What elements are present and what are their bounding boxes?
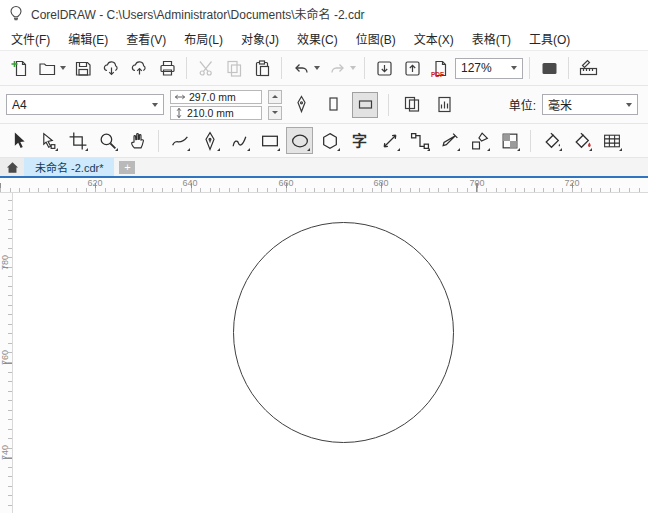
print-button[interactable] [154, 55, 180, 81]
toolbar-separator [364, 57, 365, 79]
export-button[interactable] [399, 55, 425, 81]
menu-tools[interactable]: 工具(O) [520, 26, 579, 50]
cloud-upload-icon [130, 59, 149, 78]
pick-tool[interactable] [4, 127, 31, 154]
rectangle-tool[interactable] [256, 127, 283, 154]
vertical-ruler[interactable]: 780 760 740 [0, 193, 13, 513]
outline-pen-tool[interactable] [466, 127, 493, 154]
menu-bar: 文件(F) 编辑(E) 查看(V) 布局(L) 对象(J) 效果(C) 位图(B… [0, 26, 648, 51]
mesh-fill-tool[interactable] [598, 127, 625, 154]
pan-tool[interactable] [124, 127, 151, 154]
connector-tool[interactable] [406, 127, 433, 154]
import-button[interactable] [371, 55, 397, 81]
paint-bucket-icon [542, 131, 562, 151]
menu-text[interactable]: 文本(X) [405, 26, 463, 50]
ruler-mark: 700 [469, 178, 484, 188]
transparency-tool[interactable] [496, 127, 523, 154]
current-page-button[interactable] [431, 92, 457, 118]
menu-effects[interactable]: 效果(C) [288, 26, 347, 50]
landscape-button[interactable] [352, 92, 378, 118]
open-chevron-down-icon[interactable] [60, 66, 66, 70]
menu-bitmaps[interactable]: 位图(B) [347, 26, 405, 50]
toolbox: 字 [0, 124, 648, 158]
pen-tool[interactable] [196, 127, 223, 154]
document-tab-bar: 未命名 -2.cdr* + [0, 158, 648, 176]
spinner-down-button[interactable] [268, 106, 282, 120]
cut-icon [197, 59, 216, 78]
window-title: CorelDRAW - C:\Users\Administrator\Docum… [31, 5, 365, 22]
menu-view[interactable]: 查看(V) [117, 26, 175, 50]
drawing-scale-button[interactable] [288, 92, 314, 118]
page-height-field[interactable]: 210.0 mm [170, 106, 262, 120]
document-tab-label: 未命名 -2.cdr* [35, 159, 103, 175]
document-tab[interactable]: 未命名 -2.cdr* [24, 158, 114, 176]
zoom-level-combobox[interactable]: 127% [455, 58, 523, 79]
new-tab-button[interactable]: + [119, 161, 135, 174]
menu-file[interactable]: 文件(F) [2, 26, 59, 50]
export-icon [403, 59, 422, 78]
crop-tool[interactable] [64, 127, 91, 154]
outline-pen-icon [470, 131, 490, 151]
menu-object[interactable]: 对象(J) [232, 26, 288, 50]
new-document-button[interactable] [6, 55, 32, 81]
pdf-label: PDF [431, 71, 444, 78]
connector-line-icon [410, 131, 430, 151]
rectangle-icon [260, 131, 280, 151]
save-button[interactable] [70, 55, 96, 81]
shape-tool[interactable] [34, 127, 61, 154]
menu-layout[interactable]: 布局(L) [175, 26, 232, 50]
page-size-value: A4 [12, 98, 27, 112]
menu-edit[interactable]: 编辑(E) [59, 26, 117, 50]
drawing-canvas[interactable] [13, 193, 648, 513]
new-document-icon [10, 59, 29, 78]
smart-fill-tool[interactable] [568, 127, 595, 154]
toolbar-separator [281, 57, 282, 79]
ruler-mark: 720 [564, 178, 579, 188]
undo-icon [292, 59, 311, 78]
page-size-combobox[interactable]: A4 [6, 94, 164, 115]
ellipse-tool[interactable] [286, 127, 313, 154]
polygon-tool[interactable] [316, 127, 343, 154]
artistic-media-tool[interactable] [226, 127, 253, 154]
copy-button [221, 55, 247, 81]
interactive-fill-tool[interactable] [538, 127, 565, 154]
title-bar: CorelDRAW - C:\Users\Administrator\Docum… [0, 0, 648, 26]
open-button[interactable] [34, 55, 60, 81]
horizontal-ruler[interactable]: 620 640 660 680 700 720 [0, 178, 648, 193]
units-combobox[interactable]: 毫米 [542, 94, 638, 115]
paste-button[interactable] [249, 55, 275, 81]
welcome-screen-button[interactable] [0, 158, 24, 176]
ruler-mark: 620 [87, 178, 102, 188]
page-width-field[interactable]: 297.0 mm [170, 90, 262, 104]
ruler-mark: 780 [0, 255, 12, 270]
propbar-separator [388, 94, 389, 116]
page-dimensions: 297.0 mm 210.0 mm [170, 90, 262, 120]
polygon-icon [320, 131, 340, 151]
text-tool[interactable]: 字 [346, 127, 373, 154]
undo-button[interactable] [288, 55, 314, 81]
portrait-button[interactable] [320, 92, 346, 118]
zoom-tool[interactable] [94, 127, 121, 154]
save-to-cloud-button[interactable] [126, 55, 152, 81]
color-eyedropper-tool[interactable] [436, 127, 463, 154]
ruler-mark: 640 [182, 178, 197, 188]
undo-chevron-down-icon[interactable] [314, 66, 320, 70]
dimension-tool[interactable] [376, 127, 403, 154]
open-from-cloud-button[interactable] [98, 55, 124, 81]
drawn-circle-shape[interactable] [233, 222, 454, 443]
dimension-line-icon [380, 131, 400, 151]
eyedropper-icon [440, 131, 460, 151]
open-folder-icon [38, 59, 57, 78]
zoom-level-value: 127% [461, 61, 492, 75]
all-pages-button[interactable] [399, 92, 425, 118]
print-icon [158, 59, 177, 78]
redo-button [324, 55, 350, 81]
spinner-up-button[interactable] [268, 90, 282, 104]
show-rulers-button[interactable] [575, 55, 601, 81]
menu-table[interactable]: 表格(T) [463, 26, 520, 50]
ruler-icon [579, 59, 598, 78]
publish-to-pdf-button[interactable]: PDF [427, 55, 453, 81]
fullscreen-preview-button[interactable] [536, 55, 562, 81]
page-size-spinner [268, 90, 282, 120]
freehand-tool[interactable] [166, 127, 193, 154]
